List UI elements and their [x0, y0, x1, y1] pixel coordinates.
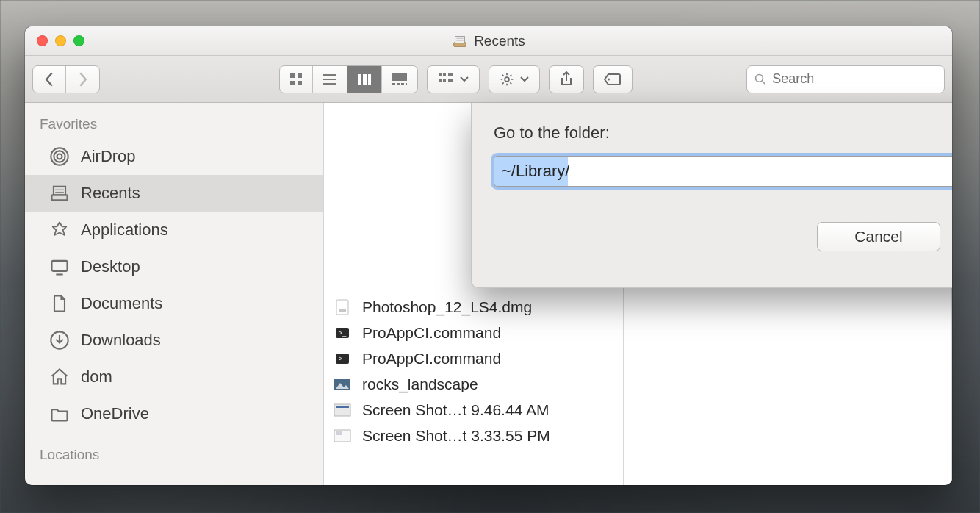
svg-point-38: [54, 151, 65, 162]
file-name: ProAppCI.command: [362, 324, 501, 342]
titlebar: Recents: [25, 26, 952, 56]
view-icons-button[interactable]: [280, 66, 313, 93]
svg-rect-48: [339, 309, 346, 312]
sheet-label: Go to the folder:: [494, 123, 952, 143]
sidebar-item-desktop[interactable]: Desktop: [25, 248, 323, 285]
tags-button[interactable]: [593, 65, 633, 93]
file-name: ProAppCI.command: [362, 350, 501, 367]
sidebar-item-airdrop[interactable]: AirDrop: [25, 138, 323, 175]
window-controls: [25, 35, 84, 46]
file-name: Screen Shot…t 3.33.55 PM: [362, 427, 550, 445]
svg-rect-6: [290, 81, 295, 85]
folder-icon: [48, 403, 71, 425]
share-icon: [560, 71, 573, 87]
terminal-icon: >_: [333, 326, 352, 340]
share-button[interactable]: [549, 65, 584, 93]
svg-rect-5: [298, 73, 302, 78]
cancel-button-label: Cancel: [854, 228, 902, 245]
file-row[interactable]: rocks_landscape: [324, 371, 623, 397]
svg-rect-11: [358, 74, 361, 85]
window-body: Favorites AirDrop Recents Applications: [25, 103, 952, 485]
sidebar-item-recents[interactable]: Recents: [25, 175, 323, 212]
file-row[interactable]: >_ ProAppCI.command: [324, 320, 623, 345]
search-field[interactable]: [746, 65, 945, 93]
back-button[interactable]: [33, 66, 66, 93]
sidebar-item-label: Desktop: [81, 257, 140, 276]
svg-rect-1: [455, 36, 465, 43]
svg-rect-12: [363, 74, 367, 85]
image-icon: [333, 378, 352, 391]
svg-rect-58: [336, 431, 342, 435]
finder-window: Recents: [25, 26, 952, 485]
group-by-button[interactable]: [427, 65, 480, 93]
content-area: Photoshop_12_LS4.dmg >_ ProAppCI.command…: [324, 103, 952, 485]
svg-rect-44: [52, 261, 68, 271]
svg-line-31: [510, 82, 511, 84]
sidebar-item-applications[interactable]: Applications: [25, 212, 323, 248]
zoom-window-button[interactable]: [73, 35, 84, 46]
svg-rect-4: [290, 73, 295, 78]
sheet-buttons: Cancel Go: [494, 222, 952, 251]
downloads-icon: [48, 329, 71, 351]
file-row[interactable]: Photoshop_12_LS4.dmg: [324, 294, 623, 320]
svg-rect-17: [401, 83, 404, 85]
sidebar-item-documents[interactable]: Documents: [25, 285, 323, 322]
close-window-button[interactable]: [37, 35, 48, 46]
file-row[interactable]: Screen Shot…t 3.33.55 PM: [324, 423, 623, 448]
svg-rect-14: [392, 73, 407, 81]
sidebar-item-downloads[interactable]: Downloads: [25, 322, 323, 359]
folder-path-combo: [494, 156, 952, 187]
view-gallery-button[interactable]: [382, 66, 417, 93]
svg-point-37: [57, 154, 62, 159]
home-icon: [48, 366, 71, 388]
sidebar-item-label: Documents: [81, 294, 162, 313]
cancel-button[interactable]: Cancel: [817, 222, 940, 251]
screenshot-icon: [333, 403, 352, 417]
svg-rect-56: [336, 406, 349, 408]
sidebar-item-label: Applications: [81, 220, 168, 240]
svg-rect-23: [448, 73, 453, 76]
file-row[interactable]: >_ ProAppCI.command: [324, 345, 623, 371]
view-columns-button[interactable]: [347, 66, 382, 93]
tag-icon: [604, 73, 621, 86]
action-menu-button[interactable]: [489, 65, 540, 93]
sidebar-item-label: AirDrop: [81, 147, 136, 166]
search-input[interactable]: [772, 71, 937, 87]
svg-rect-0: [454, 42, 466, 46]
svg-rect-15: [392, 83, 395, 85]
svg-rect-18: [406, 83, 407, 85]
view-list-button[interactable]: [313, 66, 347, 93]
svg-point-34: [608, 78, 610, 80]
window-title-text: Recents: [474, 33, 525, 49]
file-row[interactable]: Screen Shot…t 9.46.44 AM: [324, 397, 623, 423]
folder-path-input[interactable]: [494, 156, 952, 187]
svg-point-25: [505, 77, 509, 82]
svg-text:>_: >_: [339, 355, 347, 362]
svg-rect-22: [443, 79, 446, 82]
svg-rect-21: [439, 79, 442, 82]
sidebar-item-label: Recents: [81, 184, 140, 203]
terminal-icon: >_: [333, 351, 352, 366]
sidebar-item-label: OneDrive: [81, 404, 149, 423]
svg-rect-16: [397, 83, 400, 85]
sidebar-item-home[interactable]: dom: [25, 359, 323, 395]
svg-rect-7: [298, 81, 302, 85]
sidebar-section-header: Locations: [25, 442, 323, 469]
screenshot-icon: [333, 429, 352, 442]
file-name: Screen Shot…t 9.46.44 AM: [362, 401, 549, 419]
forward-button[interactable]: [66, 66, 99, 93]
svg-rect-19: [439, 73, 442, 76]
svg-line-30: [502, 74, 504, 76]
svg-rect-20: [443, 73, 446, 76]
minimize-window-button[interactable]: [55, 35, 66, 46]
sidebar-item-label: Downloads: [81, 331, 161, 350]
sidebar-item-label: dom: [81, 367, 112, 387]
file-name: Photoshop_12_LS4.dmg: [362, 298, 532, 316]
nav-back-forward: [32, 65, 100, 93]
dmg-icon: [333, 298, 352, 316]
toolbar: [25, 56, 952, 103]
file-name: rocks_landscape: [362, 376, 478, 393]
svg-text:>_: >_: [339, 329, 347, 337]
sidebar-item-onedrive[interactable]: OneDrive: [25, 395, 323, 432]
airdrop-icon: [48, 146, 71, 168]
